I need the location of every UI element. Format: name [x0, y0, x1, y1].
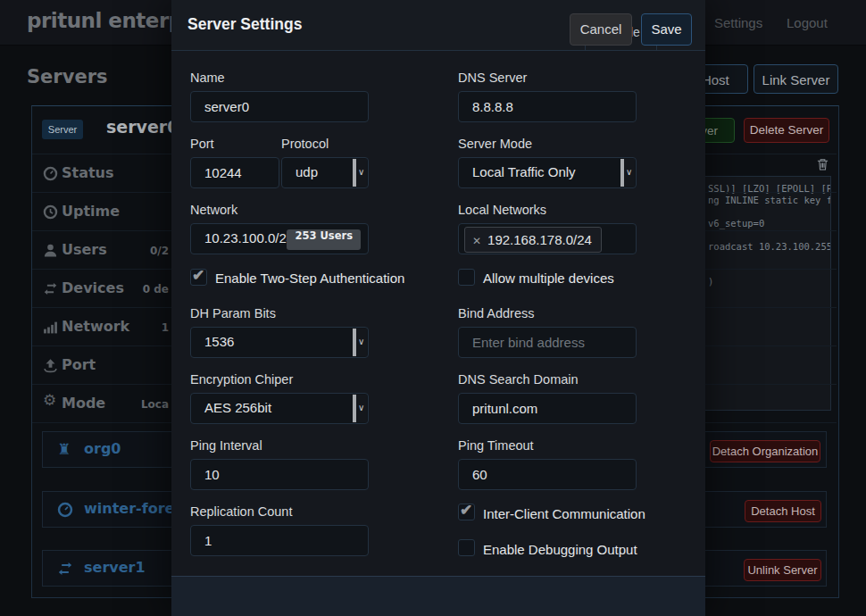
server-mode-select[interactable]: Local Traffic Only ∨: [458, 157, 637, 188]
linked-server-link[interactable]: server1: [84, 559, 146, 576]
detach-host-button[interactable]: Detach Host: [745, 500, 821, 522]
select-scroll-strip: ∨: [353, 159, 367, 187]
link-server-button[interactable]: Link Server: [754, 64, 838, 94]
chevron-down-icon: ∨: [358, 403, 364, 412]
cipher-label: Encryption Chiper: [190, 372, 293, 387]
network-label: Network: [190, 203, 237, 217]
gauge-icon: [43, 166, 58, 181]
two-step-checkbox[interactable]: ✔: [190, 269, 207, 286]
dns-search-label: DNS Search Domain: [458, 372, 579, 387]
detach-organization-button[interactable]: Detach Organization: [710, 440, 820, 462]
nav-settings[interactable]: Settings: [714, 15, 762, 30]
signal-bars-icon: [43, 320, 58, 335]
local-networks-label: Local Networks: [458, 203, 546, 217]
multi-device-checkbox[interactable]: [458, 269, 475, 286]
remove-tag-icon[interactable]: ✕: [472, 235, 481, 247]
select-scroll-strip: ∨: [353, 329, 367, 356]
ping-interval-input[interactable]: [190, 459, 369, 490]
ping-timeout-label: Ping Timeout: [458, 438, 534, 453]
exchange-icon: [43, 281, 58, 296]
chevron-down-icon: ∨: [358, 337, 364, 346]
name-input[interactable]: [190, 91, 369, 122]
exchange-icon: [57, 561, 73, 577]
local-networks-input[interactable]: ✕192.168.178.0/24: [458, 223, 637, 254]
port-label: Port: [190, 137, 214, 151]
gear-icon: ⚙: [43, 393, 58, 408]
debug-label: Enable Debugging Output: [483, 542, 637, 557]
server-settings-modal: Server Settings Simple ✕ Name DNS Server…: [171, 0, 705, 616]
inter-client-label: Inter-Client Communication: [483, 506, 645, 521]
users-count-badge: 253 Users: [287, 229, 361, 250]
page-title: Servers: [27, 66, 108, 87]
save-button[interactable]: Save: [641, 13, 692, 46]
debug-checkbox[interactable]: [458, 539, 475, 556]
chevron-down-icon: ∨: [358, 167, 364, 177]
bind-address-input[interactable]: [458, 327, 637, 358]
cancel-button[interactable]: Cancel: [570, 13, 632, 46]
dh-bits-label: DH Param Bits: [190, 306, 276, 320]
two-step-label: Enable Two-Step Authentication: [215, 271, 404, 286]
protocol-select[interactable]: udp ∨: [281, 157, 369, 188]
rook-icon: ♜: [57, 442, 73, 458]
port-input[interactable]: [190, 157, 279, 188]
modal-footer: [171, 576, 705, 616]
dns-search-input[interactable]: [458, 393, 637, 424]
clock-icon: [43, 204, 58, 220]
gauge-icon: [57, 502, 73, 518]
protocol-label: Protocol: [281, 137, 329, 151]
dns-server-input[interactable]: [458, 91, 637, 122]
delete-server-button[interactable]: Delete Server: [744, 118, 829, 143]
select-scroll-strip: ∨: [620, 159, 635, 187]
unlink-server-button[interactable]: Unlink Server: [744, 559, 821, 581]
replication-label: Replication Count: [190, 504, 292, 519]
dh-bits-select[interactable]: 1536 ∨: [190, 327, 369, 358]
check-icon: ✔: [192, 266, 204, 285]
ping-interval-label: Ping Interval: [190, 438, 262, 453]
server-name: server0: [106, 117, 179, 137]
name-label: Name: [190, 71, 225, 85]
select-scroll-strip: ∨: [353, 395, 367, 422]
network-tag: ✕192.168.178.0/24: [464, 227, 602, 253]
nav-logout[interactable]: Logout: [787, 15, 828, 30]
network-input[interactable]: 10.23.100.0/24 253 Users: [190, 223, 369, 254]
org-link[interactable]: org0: [84, 440, 121, 457]
check-icon: ✔: [460, 501, 472, 520]
server-type-badge: Server: [42, 120, 83, 139]
bind-address-label: Bind Address: [458, 306, 534, 320]
chevron-down-icon: ∨: [626, 167, 632, 177]
upload-arrow-icon: [43, 358, 58, 373]
dns-server-label: DNS Server: [458, 71, 527, 85]
modal-title: Server Settings: [187, 15, 302, 34]
server-mode-label: Server Mode: [458, 137, 532, 151]
user-icon: [43, 243, 58, 258]
multi-device-label: Allow multiple devices: [483, 271, 614, 286]
inter-client-checkbox[interactable]: ✔: [458, 504, 475, 520]
ping-timeout-input[interactable]: [458, 459, 637, 490]
cipher-select[interactable]: AES 256bit ∨: [190, 393, 369, 424]
replication-input[interactable]: [190, 525, 369, 556]
